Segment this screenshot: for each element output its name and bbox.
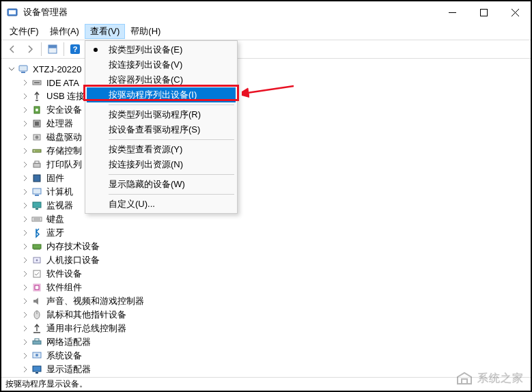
chevron-right-icon[interactable]: [20, 337, 30, 347]
tree-node[interactable]: 处理器: [1, 117, 531, 130]
nav-back-button[interactable]: [4, 41, 20, 57]
view-menu-item[interactable]: 按类型查看资源(Y): [87, 142, 236, 157]
menu-file[interactable]: 文件(F): [4, 24, 44, 39]
tree-node[interactable]: 系统设备: [1, 349, 531, 363]
svg-text:?: ?: [73, 45, 78, 53]
tree-node[interactable]: 打印队列: [1, 158, 531, 171]
tree-node-label: 键盘: [46, 213, 64, 225]
chevron-right-icon[interactable]: [20, 119, 30, 128]
tree-node[interactable]: 声音、视频和游戏控制器: [1, 294, 531, 308]
chevron-right-icon[interactable]: [20, 214, 30, 224]
view-menu-item[interactable]: 按驱动程序列出设备(I): [87, 87, 236, 102]
disk-icon: [31, 132, 42, 143]
tree-node[interactable]: 固件: [1, 171, 531, 185]
nav-forward-button[interactable]: [22, 41, 38, 57]
view-menu-item[interactable]: 按连接列出设备(V): [87, 57, 236, 72]
tree-node[interactable]: 网络适配器: [1, 335, 531, 349]
device-tree[interactable]: XTZJ-20220 IDE ATAUSB 连接安全设备处理器磁盘驱动存储控制打…: [1, 59, 531, 376]
tree-node-label: 软件设备: [46, 268, 82, 280]
chevron-right-icon[interactable]: [20, 310, 30, 320]
chevron-right-icon[interactable]: [20, 269, 30, 279]
chevron-right-icon[interactable]: [20, 160, 30, 169]
svg-rect-14: [34, 82, 40, 83]
tree-node[interactable]: IDE ATA: [1, 76, 531, 89]
toolbar-separator: [41, 42, 42, 56]
menu-separator: [109, 174, 234, 175]
tree-node[interactable]: 计算机: [1, 185, 531, 199]
menu-item-label: 按类型查看资源(Y): [109, 143, 182, 156]
svg-rect-12: [21, 72, 25, 73]
tree-node[interactable]: 蓝牙: [1, 226, 531, 240]
chevron-right-icon[interactable]: [20, 173, 30, 183]
chevron-right-icon[interactable]: [20, 324, 30, 333]
tree-node[interactable]: USB 连接: [1, 89, 531, 103]
chevron-right-icon[interactable]: [20, 146, 30, 156]
view-menu-item[interactable]: 按类型列出驱动程序(R): [87, 107, 236, 122]
properties-button[interactable]: [44, 41, 61, 57]
svg-rect-50: [33, 366, 41, 372]
chevron-right-icon[interactable]: [20, 132, 30, 142]
tree-node[interactable]: 通用串行总线控制器: [1, 322, 531, 335]
tree-node[interactable]: 存储控制: [1, 144, 531, 158]
view-menu-item[interactable]: 按连接列出资源(N): [87, 157, 236, 172]
tree-node[interactable]: 软件设备: [1, 267, 531, 281]
tree-node[interactable]: 软件组件: [1, 281, 531, 294]
menu-action[interactable]: 操作(A): [44, 24, 85, 39]
view-dropdown-menu: 按类型列出设备(E)按连接列出设备(V)按容器列出设备(C)按驱动程序列出设备(…: [85, 40, 238, 214]
view-menu-item[interactable]: 按类型列出设备(E): [87, 42, 236, 57]
chevron-right-icon[interactable]: [20, 351, 30, 361]
chevron-right-icon[interactable]: [20, 255, 30, 265]
chevron-right-icon[interactable]: [20, 283, 30, 292]
svg-rect-18: [35, 122, 39, 126]
tree-node-label: USB 连接: [46, 90, 85, 102]
menu-help[interactable]: 帮助(H): [125, 24, 166, 39]
tree-node-label: 系统设备: [46, 350, 82, 362]
svg-point-40: [36, 260, 38, 262]
tree-node-label: 打印队列: [46, 158, 82, 171]
svg-rect-26: [33, 188, 41, 194]
chevron-right-icon[interactable]: [20, 201, 30, 210]
view-menu-item[interactable]: 显示隐藏的设备(W): [87, 177, 236, 192]
tree-node-label: IDE ATA: [46, 78, 79, 88]
view-menu-item[interactable]: 按设备查看驱动程序(S): [87, 122, 236, 137]
close-button[interactable]: [499, 1, 531, 23]
tree-node[interactable]: 人机接口设备: [1, 253, 531, 267]
tree-node[interactable]: 鼠标和其他指针设备: [1, 308, 531, 322]
app-icon: [7, 7, 18, 18]
printer-icon: [31, 159, 42, 170]
tree-node[interactable]: 显示适配器: [1, 363, 531, 376]
svg-rect-24: [35, 161, 39, 163]
view-menu-item[interactable]: 按容器列出设备(C): [87, 72, 236, 87]
svg-rect-47: [35, 339, 39, 341]
svg-rect-33: [33, 244, 41, 249]
bluetooth-icon: [31, 227, 42, 238]
menu-view[interactable]: 查看(V): [85, 24, 125, 39]
tree-node[interactable]: 内存技术设备: [1, 240, 531, 253]
view-menu-item[interactable]: 自定义(U)...: [87, 197, 236, 212]
chevron-right-icon[interactable]: [20, 105, 30, 115]
tree-node-label: 计算机: [46, 186, 73, 198]
tree-node[interactable]: 键盘: [1, 212, 531, 226]
svg-point-49: [36, 354, 38, 356]
tree-node-label: 存储控制: [46, 145, 82, 157]
chevron-right-icon[interactable]: [20, 78, 30, 87]
tree-root[interactable]: XTZJ-20220: [1, 62, 531, 76]
chevron-right-icon[interactable]: [20, 296, 30, 306]
chevron-right-icon[interactable]: [20, 242, 30, 251]
chevron-right-icon[interactable]: [20, 228, 30, 238]
chevron-right-icon[interactable]: [20, 187, 30, 197]
tree-node[interactable]: 磁盘驱动: [1, 130, 531, 144]
tree-node-label: 网络适配器: [46, 336, 91, 348]
tree-node[interactable]: 安全设备: [1, 103, 531, 117]
minimize-button[interactable]: [436, 1, 468, 23]
ide-icon: [31, 77, 42, 88]
chevron-right-icon[interactable]: [20, 92, 30, 101]
chevron-right-icon[interactable]: [20, 365, 30, 374]
help-button[interactable]: ?: [67, 41, 83, 57]
maximize-button[interactable]: [468, 1, 499, 23]
tree-node-label: 处理器: [46, 117, 73, 130]
chevron-down-icon[interactable]: [7, 64, 16, 74]
computer-icon: [31, 186, 42, 197]
tree-node[interactable]: 监视器: [1, 199, 531, 212]
svg-rect-51: [36, 372, 38, 374]
